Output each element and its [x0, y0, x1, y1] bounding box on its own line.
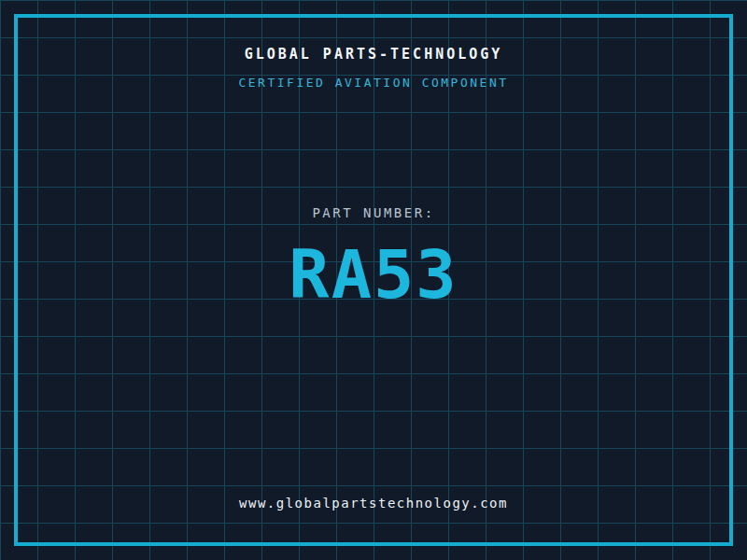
certificate-screen: GLOBAL PARTS-TECHNOLOGY CERTIFIED AVIATI… — [0, 0, 747, 560]
part-number-value: RA53 — [0, 241, 747, 308]
part-number-label: PART NUMBER: — [0, 205, 747, 220]
company-name: GLOBAL PARTS-TECHNOLOGY — [0, 46, 747, 63]
certification-tagline: CERTIFIED AVIATION COMPONENT — [0, 76, 747, 90]
website-url: www.globalpartstechnology.com — [0, 496, 747, 511]
